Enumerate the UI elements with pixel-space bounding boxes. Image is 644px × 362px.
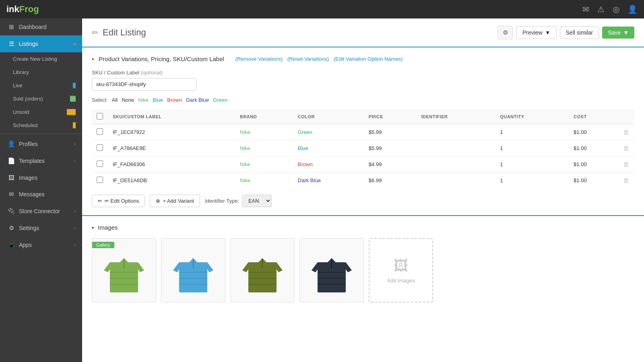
row-cost-3: $1.00 [569,173,618,189]
sidebar-item-apps[interactable]: 📱 Apps › [0,237,82,253]
sidebar-item-create-new-listing[interactable]: Create New Listing [0,52,82,66]
col-price: PRICE [364,109,417,124]
messages-label: Messages [19,191,76,197]
row-sku-2: IF_FAD66306 [108,156,235,173]
col-brand: BRAND [235,109,293,124]
sidebar-item-templates[interactable]: 📄 Templates › [0,152,82,169]
save-dropdown-icon: ▼ [623,29,629,36]
select-blue-link[interactable]: Blue [153,97,163,103]
image-thumb-2[interactable] [230,238,295,302]
profiles-icon: 👤 [8,140,15,148]
remove-variations-link[interactable]: (Remove Variations) [235,56,283,62]
help-icon[interactable]: ◎ [613,4,619,14]
section-links: (Remove Variations) (Reset Variations) (… [235,56,406,62]
sidebar-item-images[interactable]: 🖼 Images [0,169,82,186]
delete-row-icon-3[interactable]: 🗑 [623,177,630,184]
settings-label: Settings [19,225,74,231]
sidebar-item-store-connector[interactable]: 🔌 Store Connector › [0,203,82,220]
gear-button[interactable]: ⚙ [497,26,513,39]
row-sku-1: IF_A786AE9E [108,140,235,156]
row-cost-2: $1.00 [569,156,618,173]
image-thumb-0[interactable]: Gallery [92,238,156,302]
section-title: Product Variations, Pricing, SKU/Custom … [99,56,224,62]
warning-icon[interactable]: ⚠ [597,4,605,14]
row-color-0: Green [293,124,364,140]
sidebar-listings-label: Listings [19,41,72,47]
select-nike-link[interactable]: Nike [138,97,149,103]
select-none-link[interactable]: None [122,97,134,103]
dropdown-arrow-icon: ▼ [545,29,551,36]
sidebar-item-scheduled[interactable]: Scheduled 0 [0,119,82,132]
table-row: IF_FAD66306 Nike Brown $4.99 1 $1.00 🗑 [92,156,634,173]
row-checkbox-2[interactable] [97,160,103,167]
identifier-type-row: Identifier Type: EAN UPC ISBN [205,195,272,207]
col-sku: SKU/CUSTOM LABEL [108,109,235,124]
edit-options-button[interactable]: ✏ ✏ Edit Options [92,195,145,207]
delete-row-icon-2[interactable]: 🗑 [623,161,630,168]
templates-icon: 📄 [8,157,15,165]
gallery-badge: Gallery [92,242,114,248]
identifier-type-select[interactable]: EAN UPC ISBN [242,195,272,207]
sidebar-item-unsold[interactable]: Unsold 318 [0,105,82,119]
select-all-checkbox[interactable] [97,113,103,119]
row-identifier-2 [416,156,495,173]
row-checkbox-0[interactable] [97,128,103,135]
save-button[interactable]: Save ▼ [602,27,634,39]
library-label: Library [13,69,29,75]
table-row: IF_A786AE9E Nike Blue $5.99 1 $1.00 🗑 [92,140,634,156]
sell-similar-button[interactable]: Sell similar [560,26,599,39]
edit-options-label: ✏ Edit Options [105,198,139,204]
variations-section: ▪ Product Variations, Pricing, SKU/Custo… [82,47,644,216]
row-identifier-3 [416,173,495,189]
main-layout: ⊞ Dashboard ☰ Listings ◀ Create New List… [0,19,644,362]
sidebar-item-dashboard[interactable]: ⊞ Dashboard [0,19,82,35]
sidebar-item-profiles[interactable]: 👤 Profiles › [0,136,82,152]
messages-icon: ✉ [8,191,15,198]
sku-input[interactable] [92,78,196,90]
row-cost-0: $1.00 [569,124,618,140]
sidebar-item-sold-orders[interactable]: Sold (orders) 66 [0,92,82,105]
section-icon: ▪ [92,56,94,62]
image-thumb-3[interactable] [299,238,364,302]
user-icon[interactable]: 👤 [627,4,638,14]
plus-icon: ⊕ [156,198,160,204]
select-brown-link[interactable]: Brown [167,97,182,103]
sidebar-item-listings[interactable]: ☰ Listings ◀ [0,35,82,52]
page-title: ✏ Edit Listing [92,27,146,38]
row-price-1: $5.99 [364,140,417,156]
chevron-right-icon-4: › [74,225,76,231]
row-color-2: Brown [293,156,364,173]
delete-row-icon-1[interactable]: 🗑 [623,145,630,152]
sold-orders-label: Sold (orders) [13,96,43,102]
row-brand-3: Nike [235,173,293,189]
row-color-3: Dark Blue [293,173,364,189]
sidebar-item-settings[interactable]: ⚙ Settings › [0,220,82,237]
reset-variations-link[interactable]: (Reset Variations) [287,56,329,62]
col-color: COLOR [293,109,364,124]
add-variant-label: + Add Variant [163,198,194,204]
sidebar-item-live[interactable]: Live 0 [0,79,82,92]
select-all-link[interactable]: All [112,97,118,103]
sidebar-item-messages[interactable]: ✉ Messages [0,186,82,203]
images-section-icon: ▪ [92,224,94,231]
images-label: Images [19,175,76,181]
row-price-0: $5.99 [364,124,417,140]
row-checkbox-3[interactable] [97,177,103,183]
image-thumb-1[interactable] [161,238,225,302]
page-title-text: Edit Listing [103,27,146,38]
delete-row-icon-0[interactable]: 🗑 [623,129,630,136]
sku-label: SKU / Custom Label (optional) [92,70,634,76]
apps-icon: 📱 [8,241,15,249]
variations-table: SKU/CUSTOM LABEL BRAND COLOR PRICE IDENT… [92,109,634,188]
sidebar-item-library[interactable]: Library [0,66,82,79]
edit-option-names-link[interactable]: (Edit Variation Option Names) [334,56,403,62]
preview-button[interactable]: Preview ▼ [516,26,557,39]
select-darkblue-link[interactable]: Dark Blue [186,97,209,103]
scheduled-badge: 0 [73,122,76,128]
add-variant-button[interactable]: ⊕ + Add Variant [150,195,200,207]
unsold-label: Unsold [13,109,29,115]
row-checkbox-1[interactable] [97,144,103,151]
select-green-link[interactable]: Green [213,97,227,103]
add-images-box[interactable]: 🖼 Add Images [369,238,433,302]
mail-icon[interactable]: ✉ [582,4,589,14]
